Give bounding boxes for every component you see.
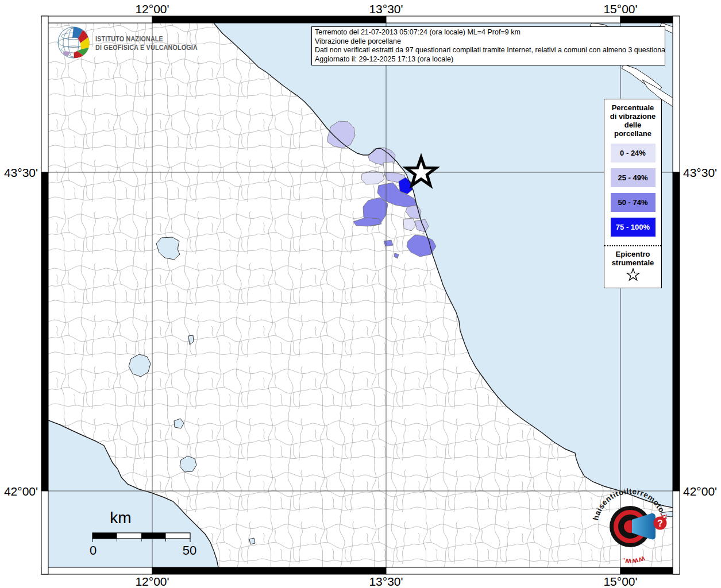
event-updated-at: Aggiornato il: 29-12-2025 17:13 (ora loc… [315, 55, 662, 64]
axis-label-left-42: 42°00' [2, 485, 38, 498]
ingv-wordmark: ISTITUTO NAZIONALE DI GEOFISICA E VULCAN… [95, 34, 198, 52]
map-canvas: ? haisentitoilterremoto.it www. [0, 0, 721, 588]
legend-class-25-49: 25 - 49% [611, 168, 656, 187]
legend-class-50-74: 50 - 74% [611, 193, 656, 212]
legend-epicenter-label: Epicentro strumentale [604, 250, 661, 267]
event-disclaimer: Dati non verificati estratti da 97 quest… [315, 46, 662, 55]
scale-start-label: 0 [90, 543, 97, 558]
legend-title: Percentuale di vibrazione delle porcella… [604, 103, 661, 138]
axis-label-top-12: 12°00' [135, 2, 169, 16]
axis-label-bottom-13-30: 13°30' [369, 575, 403, 588]
ingv-logo: ISTITUTO NAZIONALE DI GEOFISICA E VULCAN… [56, 25, 194, 60]
axis-label-right-43-30: 43°30' [683, 166, 717, 180]
ingv-wordmark-line2: DI GEOFISICA E VULCANOLOGIA [95, 43, 198, 52]
legend: Percentuale di vibrazione delle porcella… [604, 99, 662, 288]
event-question: Vibrazione delle porcellane [315, 37, 662, 47]
legend-title-line: delle [604, 121, 661, 129]
event-title: Terremoto del 21-07-2013 05:07:24 (ora l… [315, 28, 662, 37]
legend-class-75-100: 75 - 100% [611, 218, 656, 237]
axis-label-right-42: 42°00' [683, 485, 717, 498]
legend-title-line: Percentuale [604, 103, 661, 112]
muni-50-74 [384, 240, 393, 246]
event-info-box: Terremoto del 21-07-2013 05:07:24 (ora l… [311, 26, 665, 65]
axis-label-left-43-30: 43°30' [2, 166, 38, 180]
legend-separator [604, 245, 661, 246]
scale-unit-label: km [110, 509, 131, 527]
lake-albano [249, 538, 255, 544]
scale-end-label: 50 [183, 543, 196, 558]
legend-title-line: porcellane [604, 129, 661, 138]
legend-title-line: di vibrazione [604, 112, 661, 121]
axis-label-bottom-15: 15°00' [603, 575, 637, 588]
macroseismic-map-page: ? haisentitoilterremoto.it www. [0, 0, 721, 588]
legend-epicenter-line: strumentale [604, 258, 661, 267]
legend-star-wrap [604, 268, 661, 285]
map-interior: ? haisentitoilterremoto.it www. [48, 23, 678, 567]
ingv-globe-icon [56, 25, 91, 60]
axis-label-bottom-12: 12°00' [135, 575, 169, 588]
legend-epicenter-star-icon [626, 268, 641, 283]
legend-epicenter-line: Epicentro [604, 250, 661, 258]
ingv-wordmark-line1: ISTITUTO NAZIONALE [95, 34, 198, 43]
axis-label-top-15: 15°00' [603, 2, 637, 16]
axis-label-top-13-30: 13°30' [369, 2, 403, 16]
legend-class-0-24: 0 - 24% [611, 144, 656, 163]
